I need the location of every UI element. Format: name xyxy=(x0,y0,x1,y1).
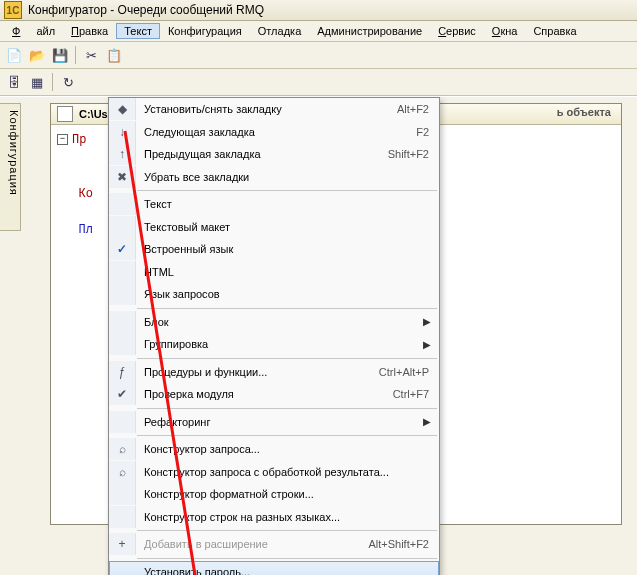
menu-item-query-ctor-res[interactable]: ⌕Конструктор запроса с обработкой резуль… xyxy=(109,461,439,484)
menu-item-procs[interactable]: ƒПроцедуры и функции...Ctrl+Alt+P xyxy=(109,361,439,384)
procs-icon: ƒ xyxy=(109,361,136,383)
menu-separator xyxy=(137,435,437,436)
query-ctor-res-icon: ⌕ xyxy=(109,461,136,483)
menu-separator xyxy=(137,558,437,559)
menu-item-query-ctor[interactable]: ⌕Конструктор запроса... xyxy=(109,438,439,461)
menu-item-text-template[interactable]: Текстовый макет xyxy=(109,216,439,239)
menu-separator xyxy=(137,308,437,309)
menu-service[interactable]: Сервис xyxy=(430,23,484,39)
window-titlebar: 1C Конфигуратор - Очереди сообщений RMQ xyxy=(0,0,637,21)
doc-icon xyxy=(57,106,73,122)
new-file-icon[interactable]: 📄 xyxy=(3,44,25,66)
app-icon: 1C xyxy=(4,1,22,19)
menu-config[interactable]: Конфигурация xyxy=(160,23,250,39)
toolbar-1: 📄 📂 💾 ✂ 📋 xyxy=(0,42,637,69)
menu-item-query-lang[interactable]: Язык запросов xyxy=(109,283,439,306)
check-icon xyxy=(109,238,136,260)
window-title: Конфигуратор - Очереди сообщений RMQ xyxy=(28,3,264,17)
copy-icon[interactable]: 📋 xyxy=(103,44,125,66)
menu-item-html[interactable]: HTML xyxy=(109,261,439,284)
menu-item-prev-bookmark[interactable]: ↑ Предыдущая закладкаShift+F2 xyxy=(109,143,439,166)
refresh-icon[interactable]: ↻ xyxy=(57,71,79,93)
prev-bookmark-icon: ↑ xyxy=(109,143,136,165)
doc-path: C:\Us xyxy=(79,108,108,120)
submenu-arrow-icon: ▶ xyxy=(423,339,439,350)
db-icon[interactable]: 🗄 xyxy=(3,71,25,93)
menu-item-text[interactable]: Текст xyxy=(109,193,439,216)
menu-help[interactable]: Справка xyxy=(525,23,584,39)
grid-icon[interactable]: ▦ xyxy=(26,71,48,93)
cut-icon[interactable]: ✂ xyxy=(80,44,102,66)
bookmark-icon: ◆ xyxy=(109,98,136,120)
menu-file[interactable]: Файл xyxy=(4,23,63,39)
menu-windows[interactable]: Окна xyxy=(484,23,526,39)
menu-item-set-password[interactable]: Установить пароль... xyxy=(109,561,439,576)
check-module-icon: ✔ xyxy=(109,383,136,405)
menu-separator xyxy=(137,190,437,191)
main-menubar[interactable]: Файл Правка Текст Конфигурация Отладка А… xyxy=(0,21,637,42)
text-menu-dropdown: ◆ Установить/снять закладкуAlt+F2 ↓ След… xyxy=(108,97,440,575)
menu-item-check-module[interactable]: ✔Проверка модуляCtrl+F7 xyxy=(109,383,439,406)
menu-edit[interactable]: Правка xyxy=(63,23,116,39)
menu-admin[interactable]: Администрирование xyxy=(309,23,430,39)
add-ext-icon: + xyxy=(109,533,136,555)
menu-separator xyxy=(137,358,437,359)
menu-debug[interactable]: Отладка xyxy=(250,23,309,39)
menu-separator xyxy=(137,530,437,531)
menu-item-refactor[interactable]: Рефакторинг▶ xyxy=(109,411,439,434)
submenu-arrow-icon: ▶ xyxy=(423,416,439,427)
menu-item-set-bookmark[interactable]: ◆ Установить/снять закладкуAlt+F2 xyxy=(109,98,439,121)
open-icon[interactable]: 📂 xyxy=(26,44,48,66)
submenu-arrow-icon: ▶ xyxy=(423,316,439,327)
menu-item-add-ext: +Добавить в расширениеAlt+Shift+F2 xyxy=(109,533,439,556)
menu-item-clear-bookmarks[interactable]: ✖ Убрать все закладки xyxy=(109,166,439,189)
query-ctor-icon: ⌕ xyxy=(109,438,136,460)
save-icon[interactable]: 💾 xyxy=(49,44,71,66)
next-bookmark-icon: ↓ xyxy=(109,121,136,143)
clear-bookmarks-icon: ✖ xyxy=(109,166,136,188)
menu-item-lang-ctor[interactable]: Конструктор строк на разных языках... xyxy=(109,506,439,529)
menu-item-builtin-lang[interactable]: Встроенный язык xyxy=(109,238,439,261)
menu-separator xyxy=(137,408,437,409)
menu-item-next-bookmark[interactable]: ↓ Следующая закладкаF2 xyxy=(109,121,439,144)
menu-item-block[interactable]: Блок▶ xyxy=(109,311,439,334)
doc-right-title: ь объекта xyxy=(557,106,611,118)
menu-item-format-ctor[interactable]: Конструктор форматной строки... xyxy=(109,483,439,506)
side-tab-config[interactable]: Конфигурация xyxy=(0,103,21,231)
menu-item-group[interactable]: Группировка▶ xyxy=(109,333,439,356)
menu-text[interactable]: Текст xyxy=(116,23,160,39)
toolbar-2: 🗄 ▦ ↻ xyxy=(0,69,637,96)
